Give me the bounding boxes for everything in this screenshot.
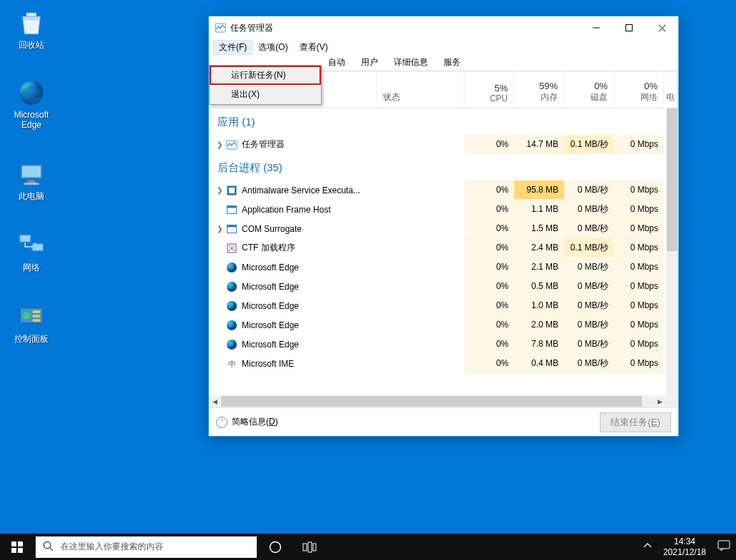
process-row[interactable]: ❯ COM Surrogate 0% 1.5 MB 0 MB/秒 0 Mbps <box>209 219 678 238</box>
svg-rect-43 <box>308 542 312 552</box>
process-icon <box>226 243 237 254</box>
header-power[interactable]: 电 <box>664 71 677 108</box>
svg-rect-35 <box>11 541 16 546</box>
cortana-button[interactable] <box>258 534 292 560</box>
svg-rect-44 <box>313 544 316 551</box>
svg-text:中: 中 <box>228 360 236 368</box>
desktop-icon-network[interactable]: 网络 <box>4 230 58 273</box>
menu-options[interactable]: 选项(O) <box>252 40 293 55</box>
svg-rect-27 <box>228 225 237 227</box>
scroll-right-icon[interactable]: ▶ <box>654 395 666 407</box>
process-row[interactable]: 中 Microsoft IME 0% 0.4 MB 0 MB/秒 0 Mbps <box>209 354 678 373</box>
circle-icon <box>269 541 282 554</box>
svg-point-12 <box>23 312 31 320</box>
cell-cpu: 0% <box>464 354 514 373</box>
tray-overflow[interactable] <box>638 541 658 552</box>
scrollbar-thumb[interactable] <box>221 396 642 407</box>
svg-point-39 <box>44 541 50 548</box>
process-row[interactable]: Microsoft Edge 0% 1.0 MB 0 MB/秒 0 Mbps <box>209 296 678 315</box>
svg-rect-13 <box>33 310 41 313</box>
process-row[interactable]: Microsoft Edge 0% 2.0 MB 0 MB/秒 0 Mbps <box>209 315 678 335</box>
expand-chevron-icon[interactable]: ❯ <box>215 141 225 148</box>
fewer-details-toggle[interactable]: ˄ 简略信息(D) <box>216 416 278 428</box>
menu-item-run-new-task[interactable]: 运行新任务(N) <box>210 66 321 85</box>
desktop-icon-label: Microsoft Edge <box>4 110 58 131</box>
process-row[interactable]: Microsoft Edge 0% 2.1 MB 0 MB/秒 0 Mbps <box>209 258 678 277</box>
process-icon <box>226 262 237 273</box>
scroll-left-icon[interactable]: ◀ <box>209 395 221 407</box>
header-memory[interactable]: 59% 内存 <box>514 71 564 108</box>
process-name: Microsoft IME <box>242 359 294 369</box>
end-task-button[interactable]: 结束任务(E) <box>600 412 671 432</box>
svg-rect-38 <box>18 548 23 553</box>
header-network[interactable]: 0% 网络 <box>614 71 664 108</box>
expand-chevron-icon[interactable]: ❯ <box>215 225 225 233</box>
process-row[interactable]: Microsoft Edge 0% 7.8 MB 0 MB/秒 0 Mbps <box>209 335 678 354</box>
cell-cpu: 0% <box>464 296 514 315</box>
process-name: Application Frame Host <box>242 205 331 215</box>
process-name: Microsoft Edge <box>242 320 299 330</box>
cell-network: 0 Mbps <box>614 335 664 354</box>
fewer-details-label: 简略信息(D) <box>232 416 278 428</box>
process-row[interactable]: ❯ Antimalware Service Executa... 0% 95.8… <box>209 180 678 200</box>
cell-memory: 95.8 MB <box>514 180 564 200</box>
svg-rect-0 <box>26 13 36 16</box>
minimize-button[interactable] <box>580 16 613 39</box>
svg-point-31 <box>227 301 237 311</box>
tab-users[interactable]: 用户 <box>353 55 386 71</box>
chevron-up-icon: ˄ <box>216 417 228 428</box>
process-row[interactable]: Microsoft Edge 0% 0.5 MB 0 MB/秒 0 Mbps <box>209 277 678 296</box>
expand-chevron-icon[interactable]: ❯ <box>215 186 225 194</box>
tab-details[interactable]: 详细信息 <box>386 55 436 71</box>
cell-disk: 0 MB/秒 <box>564 277 614 296</box>
svg-rect-8 <box>20 235 30 242</box>
task-view-button[interactable] <box>292 534 327 560</box>
maximize-button[interactable] <box>613 16 645 39</box>
process-icon <box>226 320 237 331</box>
search-icon <box>43 541 53 554</box>
tab-services[interactable]: 服务 <box>436 55 469 71</box>
menu-file[interactable]: 文件(F) <box>213 40 252 55</box>
desktop-icon-control-panel[interactable]: 控制面板 <box>4 301 58 344</box>
header-status[interactable]: 状态 <box>377 71 464 108</box>
cell-cpu: 0% <box>464 219 514 238</box>
cell-disk: 0 MB/秒 <box>564 219 614 238</box>
vertical-scrollbar[interactable] <box>666 108 678 395</box>
scrollbar-thumb[interactable] <box>667 108 678 251</box>
cell-memory: 1.5 MB <box>514 219 564 238</box>
tab-startup-partial[interactable]: 自动 <box>326 55 353 71</box>
desktop-icon-recycle-bin[interactable]: 回收站 <box>4 7 58 50</box>
action-center-button[interactable] <box>712 540 736 554</box>
menu-view[interactable]: 查看(V) <box>294 40 334 55</box>
process-row[interactable]: ❯ 任务管理器 0% 14.7 MB 0.1 MB/秒 0 Mbps <box>209 135 678 154</box>
menu-item-exit[interactable]: 退出(X) <box>210 85 321 104</box>
close-button[interactable] <box>645 16 678 39</box>
file-menu-dropdown: 运行新任务(N) 退出(X) <box>209 65 322 105</box>
cell-cpu: 0% <box>464 200 514 219</box>
cell-disk: 0 MB/秒 <box>564 296 614 315</box>
taskbar-clock[interactable]: 14:34 2021/12/18 <box>658 536 712 557</box>
svg-rect-36 <box>18 541 23 546</box>
process-icon <box>226 139 237 151</box>
svg-rect-4 <box>28 180 36 183</box>
process-row[interactable]: CTF 加载程序 0% 2.4 MB 0.1 MB/秒 0 Mbps <box>209 238 678 258</box>
cell-cpu: 0% <box>464 135 514 154</box>
cell-disk: 0.1 MB/秒 <box>564 135 614 154</box>
cell-disk: 0 MB/秒 <box>564 315 614 335</box>
taskbar-search[interactable]: 在这里输入你要搜索的内容 <box>36 536 257 558</box>
desktop-icon-edge[interactable]: Microsoft Edge <box>4 77 58 131</box>
svg-rect-18 <box>626 25 633 31</box>
header-cpu[interactable]: 5% CPU <box>464 71 514 108</box>
process-row[interactable]: Application Frame Host 0% 1.1 MB 0 MB/秒 … <box>209 200 678 219</box>
scrollbar-corner <box>666 395 678 407</box>
clock-date: 2021/12/18 <box>663 547 706 557</box>
titlebar[interactable]: 任务管理器 <box>209 16 678 39</box>
cell-network: 0 Mbps <box>614 238 664 258</box>
cell-memory: 14.7 MB <box>514 135 564 154</box>
horizontal-scrollbar[interactable]: ◀ ▶ <box>209 395 666 407</box>
cell-cpu: 0% <box>464 258 514 277</box>
desktop-icon-this-pc[interactable]: 此电脑 <box>4 158 58 201</box>
start-button[interactable] <box>0 534 34 560</box>
cell-network: 0 Mbps <box>614 180 664 200</box>
header-disk[interactable]: 0% 磁盘 <box>564 71 614 108</box>
